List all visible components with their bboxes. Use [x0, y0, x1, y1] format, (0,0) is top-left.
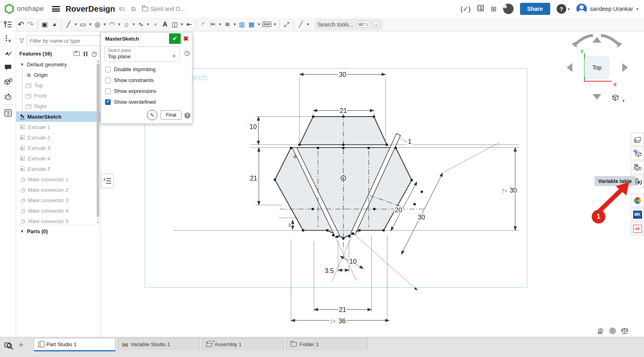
arc-tool-icon[interactable]: ◠ [107, 19, 117, 30]
user-avatar[interactable] [576, 4, 587, 14]
dxf-import-icon[interactable]: DXF [261, 19, 272, 30]
view-options-cube-icon[interactable]: ▾ [611, 93, 624, 104]
edit-feature-icon[interactable] [0, 46, 16, 60]
tree-scrollbar[interactable]: ▲ ▼ [97, 60, 99, 224]
tree-item-extrude-2[interactable]: Extrude 2 [16, 132, 100, 143]
chevron-down-icon[interactable]: ▾ [568, 7, 570, 11]
checkbox-disable-imprinting[interactable]: Disable imprinting [101, 64, 192, 75]
tree-item-origin[interactable]: ⊚ Origin [16, 70, 100, 80]
spline-tool-icon[interactable]: ∿ [136, 19, 146, 30]
tree-item-front-plane[interactable]: Front [16, 90, 100, 101]
mass-properties-scale-icon[interactable] [621, 327, 629, 334]
pattern-tool-icon[interactable]: ▦ [247, 19, 256, 30]
tree-item-extrude-4[interactable]: Extrude 4 [16, 153, 100, 164]
sketch-tool-icon[interactable]: ✎ [147, 110, 157, 120]
link-icon[interactable]: ⧉ [131, 5, 136, 12]
cancel-button[interactable]: ✖ [183, 35, 189, 43]
chevron-down-icon[interactable]: ▾ [622, 98, 624, 103]
chevron-down-icon[interactable]: ▾ [131, 19, 136, 30]
checkbox-icon[interactable] [105, 88, 111, 94]
mate-connector-icon[interactable]: ◷ [184, 49, 190, 57]
undo-icon[interactable]: ↶ [16, 19, 26, 30]
app-vex-icon[interactable]: V5 [631, 222, 644, 235]
chevron-down-icon[interactable]: ▾ [218, 19, 223, 30]
dialog-help-icon[interactable]: ? [184, 113, 190, 119]
checkbox-checked-icon[interactable] [105, 99, 111, 105]
linear-pattern-icon[interactable]: ▥ [237, 19, 247, 30]
user-name[interactable]: sandeep Urankar [590, 6, 633, 12]
new-tab-button[interactable]: + [19, 340, 24, 350]
scrollbar-thumb[interactable] [97, 64, 99, 217]
rotate-left-arrow[interactable] [567, 63, 572, 72]
tree-item-mate-connector-5[interactable]: ◷ Mate connector 5 [16, 216, 100, 225]
configuration-panel-icon[interactable]: } [631, 161, 644, 174]
search-tools[interactable]: Search tools... alt/⌥ c [314, 19, 383, 30]
checkbox-show-constraints[interactable]: Show constraints [101, 75, 192, 86]
sketch-plane-field[interactable]: Sketch plane Top plane ✕ [104, 46, 180, 62]
checkbox-show-overdefined[interactable]: Show overdefined [101, 96, 192, 107]
configurations-icon[interactable] [0, 106, 16, 120]
learning-center-icon[interactable]: ✱ [503, 4, 514, 14]
help-button[interactable]: ? [557, 4, 566, 14]
tree-item-extrude-1[interactable]: Extrude 1 [16, 122, 100, 132]
chevron-down-icon[interactable]: ▾ [102, 19, 107, 30]
fillet-tool-icon[interactable]: ◜ [198, 19, 208, 30]
suppress-rollback-icon[interactable] [84, 51, 87, 56]
polygon-tool-icon[interactable]: ⌂ [122, 19, 131, 30]
tab-part-studio-1[interactable]: Part Studio 1 [34, 338, 116, 351]
app-pinwheel-icon[interactable] [631, 194, 644, 207]
view-cube-face[interactable]: Top [584, 56, 609, 79]
checkbox-icon[interactable] [105, 78, 111, 83]
feature-list-toggle[interactable] [0, 18, 16, 31]
version-label[interactable]: B1 [119, 6, 126, 12]
chevron-down-icon[interactable]: ▾ [146, 19, 151, 30]
tree-item-right-plane[interactable]: Right [16, 101, 100, 111]
tree-item-extrude-3[interactable]: Extrude 3 [16, 143, 100, 153]
new-folder-icon[interactable] [74, 51, 80, 56]
final-button[interactable]: Final [161, 110, 182, 120]
accept-button[interactable]: ✔ [169, 33, 181, 44]
rollback-history-icon[interactable]: ◷ [91, 50, 97, 57]
tab-variable-studio-1[interactable]: (x) Variable Studio 1 [118, 338, 200, 350]
tab-folder-1[interactable]: Folder 1 [286, 338, 368, 350]
release-checklist-icon[interactable] [477, 4, 484, 14]
tree-item-default-geometry[interactable]: ▼ Default geometry [16, 59, 100, 70]
clear-selection-icon[interactable]: ✕ [172, 53, 176, 59]
chevron-down-icon[interactable]: ▾ [88, 19, 93, 30]
line-tool-icon[interactable]: ╱ [64, 19, 73, 30]
chevron-down-icon[interactable]: ▾ [232, 19, 237, 30]
chevron-down-icon[interactable]: ▼ [20, 62, 24, 67]
dimension-tool-icon[interactable]: ⇤ [184, 19, 194, 30]
extrude-icon[interactable]: ▣ [40, 19, 50, 30]
tree-item-mate-connector-3[interactable]: ◷ Mate connector 3 [16, 195, 100, 205]
tree-item-mate-connector-1[interactable]: ◷ Mate connector 1 [16, 174, 100, 185]
chevron-down-icon[interactable]: ▾ [636, 7, 638, 11]
spiral-icon[interactable] [609, 327, 617, 334]
revolve-icon[interactable]: ◕ [50, 19, 59, 30]
tree-item-mate-connector-2[interactable]: ◷ Mate connector 2 [16, 185, 100, 195]
measure-tool-icon[interactable]: ⤢ [282, 19, 291, 30]
onshape-logo-icon[interactable] [4, 4, 14, 14]
trim-tool-icon[interactable]: ✂ [208, 19, 218, 30]
folder-name[interactable]: Spirit and O... [151, 6, 185, 12]
chevron-down-icon[interactable]: ▾ [272, 19, 277, 30]
parts-section-header[interactable]: ▼ Parts (0) [16, 225, 100, 238]
point-tool-icon[interactable]: ∘ [151, 19, 160, 30]
rectangle-tool-icon[interactable]: ▭ [78, 19, 88, 30]
scroll-down-icon[interactable]: ▼ [97, 222, 99, 224]
appearance-panel-icon[interactable] [631, 133, 644, 146]
tree-item-mate-connector-4[interactable]: ◷ Mate connector 4 [16, 205, 100, 216]
app-mk-icon[interactable]: MK [631, 208, 644, 221]
filter-icon[interactable]: ▽ [19, 37, 24, 44]
comment-icon[interactable] [0, 60, 16, 75]
feature-filter-input[interactable] [27, 35, 105, 46]
chevron-down-icon[interactable]: ▾ [117, 19, 122, 30]
tape-measure-icon[interactable] [597, 327, 605, 334]
chevron-down-icon[interactable]: ▾ [73, 19, 78, 30]
checkbox-icon[interactable] [105, 67, 111, 72]
chevron-down-icon[interactable]: ▾ [305, 19, 310, 30]
insert-studio-icon[interactable] [0, 31, 16, 46]
document-title[interactable]: RoverDesign [66, 4, 115, 14]
chevron-down-icon[interactable]: ▾ [256, 19, 261, 30]
history-icon[interactable] [0, 89, 16, 104]
